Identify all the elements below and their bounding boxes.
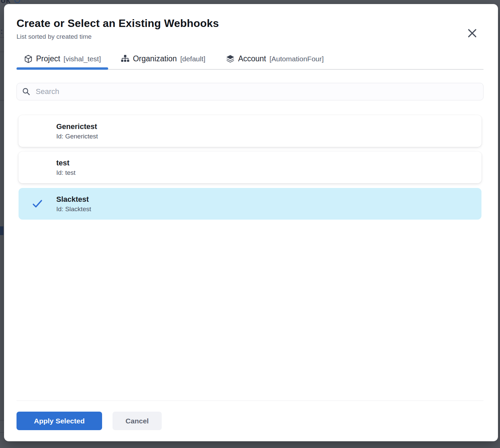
background-button-fragment	[0, 226, 3, 235]
dialog-subtitle: List sorted by created time	[17, 32, 483, 41]
check-slot	[19, 125, 56, 137]
dialog-title: Create or Select an Existing Webhooks	[17, 17, 483, 30]
info-icon	[14, 0, 20, 3]
list-item-generictest[interactable]: Generictest Id: Generictest	[19, 115, 481, 147]
background-divider	[0, 37, 4, 38]
tab-organization-context: [default]	[180, 55, 206, 63]
list-item-test[interactable]: test Id: test	[19, 152, 481, 183]
tab-account-label: Account	[238, 54, 266, 63]
background-divider	[0, 420, 4, 421]
tab-organization-label: Organization	[133, 54, 177, 63]
background-divider	[0, 52, 4, 52]
search-box	[17, 83, 483, 100]
webhook-select-dialog: Create or Select an Existing Webhooks Li…	[4, 4, 498, 441]
webhook-name: Slacktest	[56, 194, 91, 204]
close-icon	[468, 29, 477, 38]
check-slot	[19, 162, 56, 173]
close-button[interactable]	[465, 26, 479, 40]
search-input[interactable]	[36, 87, 478, 96]
tab-account-context: [AutomationFour]	[270, 55, 324, 63]
dialog-header: Create or Select an Existing Webhooks Li…	[17, 17, 483, 41]
webhook-name: test	[56, 158, 75, 168]
check-slot	[19, 198, 56, 210]
tab-project-context: [vishal_test]	[64, 55, 101, 63]
cube-icon	[24, 55, 33, 63]
list-item-slacktest[interactable]: Slacktest Id: Slacktest	[19, 188, 481, 220]
webhook-id: Id: Generictest	[56, 132, 98, 141]
scope-tab-bar: Project [vishal_test] Organization [defa…	[17, 49, 483, 70]
empty-space	[17, 220, 483, 401]
cancel-button[interactable]: Cancel	[113, 412, 162, 430]
layers-icon	[226, 54, 235, 63]
webhook-list: Generictest Id: Generictest test Id: tes…	[19, 115, 481, 220]
org-chart-icon	[121, 55, 129, 63]
tab-project-label: Project	[36, 54, 60, 63]
background-divider	[0, 432, 4, 433]
search-icon	[22, 88, 30, 96]
webhook-id: Id: test	[56, 168, 75, 177]
apply-selected-button[interactable]: Apply Selected	[17, 412, 102, 430]
tab-organization[interactable]: Organization [default]	[114, 49, 213, 69]
background-dot	[1, 33, 2, 34]
check-icon	[32, 198, 43, 210]
webhook-name: Generictest	[56, 122, 98, 131]
webhook-id: Id: Slacktest	[56, 205, 91, 214]
dialog-footer: Apply Selected Cancel	[17, 401, 483, 441]
tab-project[interactable]: Project [vishal_test]	[17, 49, 108, 69]
background-divider	[0, 100, 4, 101]
background-dot	[1, 30, 2, 31]
tab-account[interactable]: Account [AutomationFour]	[218, 49, 331, 69]
